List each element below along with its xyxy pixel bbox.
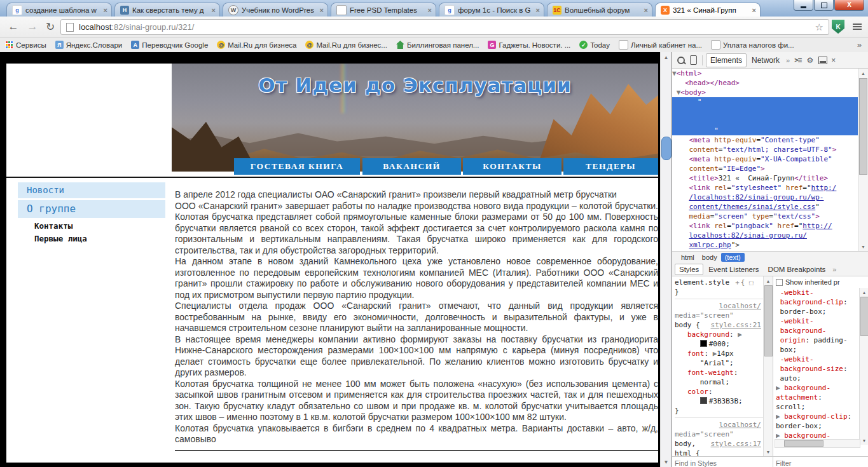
tab-close-icon[interactable]: × <box>752 6 756 14</box>
bookmark-item[interactable]: Личный кабинет на... <box>614 40 702 50</box>
tab-close-icon[interactable]: × <box>428 6 432 14</box>
computed-property-line[interactable]: ▶ background-clip: <box>776 412 858 421</box>
dom-tree-line[interactable]: content="IE=Edge"> <box>672 164 859 173</box>
sidebar-item[interactable]: Контакты <box>18 220 165 233</box>
tab-styles[interactable]: Styles <box>675 264 703 275</box>
computed-property-line[interactable]: border-box; <box>776 307 858 316</box>
sidebar-item[interactable]: Первые лица <box>18 233 165 245</box>
devtools-tab-network[interactable]: Network <box>748 54 783 67</box>
site-nav-button[interactable]: ВАКАНСИЙ <box>362 158 461 175</box>
computed-property-line[interactable]: auto; <box>776 374 858 383</box>
scroll-down-arrow[interactable]: ▼ <box>661 457 672 467</box>
bookmark-item[interactable]: AПереводчик Google <box>126 41 208 49</box>
css-rule-line[interactable]: } <box>675 406 764 416</box>
window-maximize-button[interactable] <box>814 0 834 11</box>
css-rule-line[interactable]: font-weight: <box>675 368 764 377</box>
page-scrollbar[interactable]: ▲ ▼ <box>660 52 672 467</box>
devtools-tab-elements[interactable]: Elements <box>706 53 747 67</box>
computed-property-line[interactable]: background- <box>776 326 858 335</box>
css-rule-line[interactable]: "Arial"; <box>675 358 764 368</box>
console-drawer-icon[interactable]: >≡ <box>794 56 801 64</box>
dock-side-icon[interactable] <box>818 57 827 64</box>
css-rule-line[interactable]: element.style ＋{ ⬚ <box>675 278 764 287</box>
css-rule-line[interactable]: body { style.css:21 <box>675 320 764 330</box>
css-rule-line[interactable]: background: ▶ <box>675 330 764 339</box>
computed-property-line[interactable]: background-clip: <box>776 297 858 307</box>
browser-tab[interactable]: Free PSD Templates× <box>331 3 436 17</box>
computed-property-line[interactable]: border-box; <box>776 421 858 431</box>
css-rule-line[interactable]: html { <box>675 449 764 456</box>
device-mode-icon[interactable] <box>690 55 697 65</box>
show-inherited-checkbox[interactable] <box>776 279 783 286</box>
bookmark-item[interactable]: Сервисы <box>0 41 46 49</box>
dom-tree-line[interactable]: content/themes/sinai/style.css" <box>672 202 859 212</box>
tab-event-listeners[interactable]: Event Listeners <box>705 264 762 274</box>
dom-tree-line[interactable]: ▼<html> <box>672 69 859 78</box>
dom-tree-line[interactable]: <title>321 « Синай-Групп</title> <box>672 173 859 183</box>
computed-property-line[interactable]: background-size: <box>776 364 858 374</box>
site-nav-button[interactable]: ГОСТЕВАЯ КНИГА <box>234 158 360 175</box>
reload-button[interactable]: ↻ <box>42 19 59 34</box>
forward-button[interactable]: → <box>24 19 41 34</box>
css-rule-line[interactable]: localhost/ <box>675 420 764 430</box>
window-minimize-button[interactable] <box>794 0 813 11</box>
tab-dom-breakpoints[interactable]: DOM Breakpoints <box>764 264 830 274</box>
computed-property-line[interactable]: box; <box>776 345 858 355</box>
scroll-up-arrow[interactable]: ▲ <box>661 52 672 62</box>
browser-tab[interactable]: gсоздание шаблона w× <box>6 3 112 17</box>
css-rule-line[interactable]: normal; <box>675 377 764 387</box>
css-rule-line[interactable]: media="screen" <box>675 430 764 439</box>
tab-close-icon[interactable]: × <box>320 6 324 14</box>
devtools-settings-icon[interactable]: ⚙ <box>806 56 813 65</box>
css-rule-line[interactable]: font: ▶14px <box>675 349 764 358</box>
scrollbar-thumb[interactable] <box>661 137 672 160</box>
chrome-menu-icon[interactable] <box>850 20 865 34</box>
dom-tree-line[interactable]: ▼<body> <box>672 88 859 97</box>
bookmark-star-icon[interactable]: ☆ <box>815 22 823 33</box>
dom-tree-line[interactable]: <link rel="stylesheet" href="http:/ <box>672 183 859 193</box>
css-rule-line[interactable]: body, style.css:17 <box>675 439 764 449</box>
bookmark-item[interactable]: Уплата налогов фи... <box>706 40 794 50</box>
breadcrumb-item[interactable]: html <box>677 253 698 262</box>
devtools-close-icon[interactable]: × <box>831 56 836 65</box>
breadcrumb-item[interactable]: (text) <box>721 253 745 262</box>
browser-tab[interactable]: HКак сверстать тему д× <box>114 3 220 17</box>
browser-tab[interactable]: WУчебник по WordPres× <box>223 3 328 17</box>
styles-scrollbar[interactable]: ▲ ▼ <box>763 276 773 456</box>
dom-tree-line[interactable]: <meta http-equiv="X-UA-Compatible" <box>672 154 859 164</box>
breadcrumb-item[interactable]: body <box>698 253 721 262</box>
dom-tree-line[interactable]: content="text/html; charset=UTF-8"> <box>672 145 859 154</box>
devtools-search-icon[interactable] <box>677 57 685 64</box>
bookmark-item[interactable]: GГаджеты. Новости. ... <box>483 41 570 49</box>
bookmark-item[interactable]: @Mail.Ru для бизнес... <box>300 41 387 49</box>
sidebar-item[interactable]: Новости <box>18 182 165 198</box>
tab-close-icon[interactable]: × <box>212 6 216 14</box>
elements-tree-scrollbar[interactable]: ▲ ▼ <box>858 69 868 251</box>
bookmarks-overflow-chevron[interactable]: » <box>857 40 862 50</box>
bookmark-item[interactable]: Биллинговая панел... <box>391 41 479 49</box>
tab-close-icon[interactable]: × <box>104 6 107 14</box>
dom-tree-line[interactable]: <meta http-equiv="Content-type" <box>672 135 859 145</box>
sidebar-item[interactable]: О группе <box>18 200 165 218</box>
styles-tabs-overflow[interactable]: » <box>832 266 836 273</box>
css-rule-line[interactable]: #3B3B3B; <box>675 396 764 406</box>
css-rule-line[interactable]: media="screen" <box>675 311 764 320</box>
site-nav-button[interactable]: КОНТАКТЫ <box>463 158 561 175</box>
find-in-styles-input[interactable] <box>672 458 773 467</box>
computed-property-line[interactable]: -webkit- <box>776 288 858 297</box>
window-close-button[interactable]: X <box>834 0 864 11</box>
browser-tab[interactable]: gфорум 1с - Поиск в G× <box>439 3 544 17</box>
computed-property-line[interactable]: -webkit- <box>776 316 858 326</box>
computed-filter-input[interactable] <box>773 458 868 467</box>
dom-tree-line[interactable]: <head></head> <box>672 78 859 88</box>
back-button[interactable]: ← <box>5 19 22 34</box>
kaspersky-extension-icon[interactable]: K <box>832 20 844 34</box>
devtools-tabs-overflow[interactable]: » <box>786 57 790 64</box>
address-bar[interactable]: localhost:82/sinai-group.ru/321/ ☆ <box>60 19 829 35</box>
bookmark-item[interactable]: @Mail.Ru для бизнеса <box>212 41 296 49</box>
tab-close-icon[interactable]: × <box>536 6 540 14</box>
dom-tree-line[interactable]: xmlrpc.php"> <box>672 240 859 250</box>
computed-scrollbar[interactable]: ▲ ▼ <box>859 288 868 445</box>
computed-property-line[interactable]: attachment: <box>776 393 858 402</box>
tab-close-icon[interactable]: × <box>644 6 648 14</box>
